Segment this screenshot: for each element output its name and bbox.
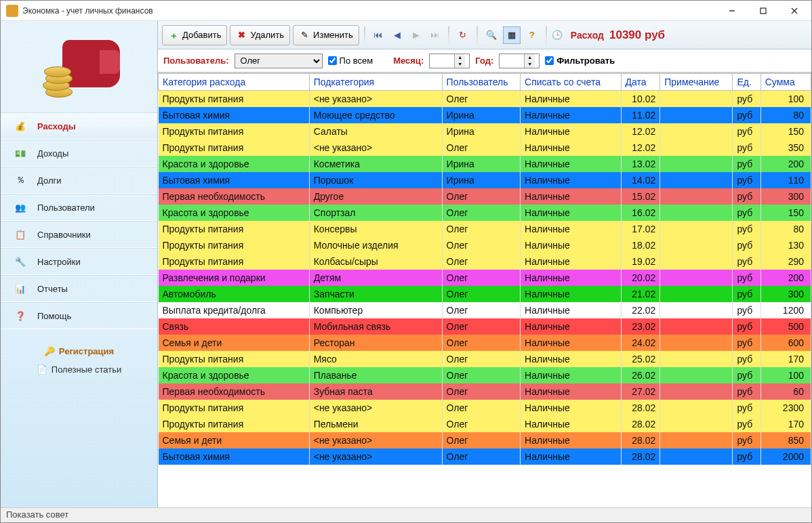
nav-next-button[interactable]: ▶ [408,26,424,44]
year-field[interactable] [500,54,524,68]
table-cell: 28.02 [621,400,660,416]
spin-up-icon[interactable]: ▲ [524,54,535,61]
table-row[interactable]: Выплата кредита/долгаКомпьютерОлегНаличн… [159,302,811,318]
table-row[interactable]: Продукты питания<не указано>ОлегНаличные… [159,400,811,416]
table-row[interactable]: Первая необходимостьЗубная пастаОлегНали… [159,383,811,400]
column-header[interactable]: Категория расхода [159,74,310,91]
sidebar-item-4[interactable]: 📋Справочники [1,221,157,248]
nav-first-button[interactable]: ⏮ [370,26,386,44]
spin-up-icon[interactable]: ▲ [454,54,465,61]
table-cell: Мясо [309,351,442,367]
month-field[interactable] [430,54,454,68]
delete-button[interactable]: ✖ Удалить [230,25,290,45]
close-button[interactable] [779,1,810,20]
column-header[interactable]: Пользователь [442,74,520,91]
table-row[interactable]: Семья и детиРесторанОлегНаличные24.02руб… [159,335,811,351]
table-row[interactable]: СвязьМобильная связьОлегНаличные23.02руб… [159,318,811,335]
column-header[interactable]: Дата [621,74,660,91]
maximize-button[interactable] [748,1,779,20]
table-row[interactable]: Семья и дети<не указано>ОлегНаличные28.0… [159,432,811,448]
nav-last-button[interactable]: ⏭ [427,26,443,44]
table-cell: 130 [760,237,811,253]
table-cell [660,351,733,367]
refresh-button[interactable]: ↻ [454,26,472,44]
table-cell: руб [733,172,760,188]
table-cell: руб [733,286,760,302]
table-row[interactable]: Бытовая химияПорошокИринаНаличные14.02ру… [159,172,811,188]
column-header[interactable]: Списать со счета [521,74,621,91]
table-row[interactable]: Продукты питанияМясоОлегНаличные25.02руб… [159,351,811,367]
table-cell: 290 [760,253,811,270]
status-text: Показать совет [6,509,68,520]
sidebar-item-7[interactable]: ❓Помощь [1,302,157,329]
table-cell: 12.02 [621,123,660,140]
registration-link[interactable]: 🔑 Регистрация [44,346,114,356]
table-row[interactable]: Продукты питанияМолочные изделияОлегНали… [159,237,811,253]
spin-down-icon[interactable]: ▼ [454,61,465,68]
data-grid[interactable]: Категория расходаПодкатегорияПользовател… [158,72,811,507]
user-filter-select[interactable]: Олег [235,54,323,68]
sidebar-item-5[interactable]: 🔧Настройки [1,248,157,275]
table-cell: Олег [442,205,520,221]
column-header[interactable]: Сумма [760,74,811,91]
nav-label: Настройки [37,257,81,267]
table-cell: Наличные [521,400,621,416]
sidebar-item-6[interactable]: 📊Отчеты [1,275,157,302]
table-button[interactable]: ▦ [503,26,521,44]
table-cell: <не указано> [309,140,442,156]
table-row[interactable]: Бытовая химияМоющее средствоИринаНаличны… [159,107,811,123]
table-cell [660,318,733,335]
table-cell: Наличные [521,383,621,400]
table-cell: 10.02 [621,91,660,107]
table-row[interactable]: Красота и здоровьеСпортзалОлегНаличные16… [159,205,811,221]
spin-down-icon[interactable]: ▼ [524,61,535,68]
table-cell: 25.02 [621,351,660,367]
table-cell: Салаты [309,123,442,140]
table-row[interactable]: Продукты питанияКолбасы/сырыОлегНаличные… [159,253,811,270]
minimize-button[interactable] [716,1,748,20]
sidebar-item-1[interactable]: 💵Доходы [1,140,157,167]
table-cell: Колбасы/сыры [309,253,442,270]
sidebar-item-0[interactable]: 💰Расходы [1,112,157,140]
nav-icon: 📊 [13,281,28,296]
table-cell: 23.02 [621,318,660,335]
titlebar: Экономка - учет личных финансов [1,1,811,21]
sidebar-item-2[interactable]: ％Долги [1,167,157,194]
table-row[interactable]: Красота и здоровьеКосметикаИринаНаличные… [159,156,811,172]
search-button[interactable]: 🔍 [483,26,500,44]
plus-icon: ＋ [168,30,179,41]
month-spinner[interactable]: ▲▼ [429,54,470,68]
all-users-checkbox[interactable]: По всем [328,56,373,66]
edit-button[interactable]: ✎ Изменить [293,25,359,45]
table-row[interactable]: Продукты питания<не указано>ОлегНаличные… [159,140,811,156]
column-header[interactable]: Подкатегория [309,74,442,91]
table-cell: Продукты питания [159,400,310,416]
table-cell: Олег [442,221,520,237]
column-header[interactable]: Примечание [660,74,733,91]
table-row[interactable]: Красота и здоровьеПлаваньеОлегНаличные26… [159,367,811,383]
year-spinner[interactable]: ▲▼ [499,54,540,68]
table-cell: Наличные [521,237,621,253]
nav-label: Помощь [37,311,71,321]
column-header[interactable]: Ед. [733,74,760,91]
table-row[interactable]: Первая необходимостьДругоеОлегНаличные15… [159,188,811,205]
sidebar-item-3[interactable]: 👥Пользователи [1,194,157,221]
table-cell: Продукты питания [159,253,310,270]
filter-checkbox[interactable]: Фильтровать [545,56,615,66]
nav-prev-button[interactable]: ◀ [389,26,405,44]
table-row[interactable]: Продукты питанияСалатыИринаНаличные12.02… [159,123,811,140]
table-row[interactable]: Продукты питанияПельмениОлегНаличные28.0… [159,416,811,432]
table-row[interactable]: Продукты питанияКонсервыОлегНаличные17.0… [159,221,811,237]
table-cell: Первая необходимость [159,383,310,400]
table-row[interactable]: Продукты питания<не указано>ОлегНаличные… [159,91,811,107]
help-button[interactable]: ? [523,26,541,44]
table-row[interactable]: ▸Бытовая химия<не указано>ОлегНаличные28… [159,448,811,465]
table-row[interactable]: АвтомобильЗапчастиОлегНаличные21.02руб30… [159,286,811,302]
articles-link[interactable]: 📄 Полезные статьи [37,364,121,375]
table-cell: Олег [442,302,520,318]
table-row[interactable]: Развлечения и подаркиДетямОлегНаличные20… [159,270,811,286]
nav-icon: 💵 [13,146,28,161]
nav-label: Расходы [37,121,76,131]
add-button[interactable]: ＋ Добавить [162,25,227,45]
table-cell: Компьютер [309,302,442,318]
